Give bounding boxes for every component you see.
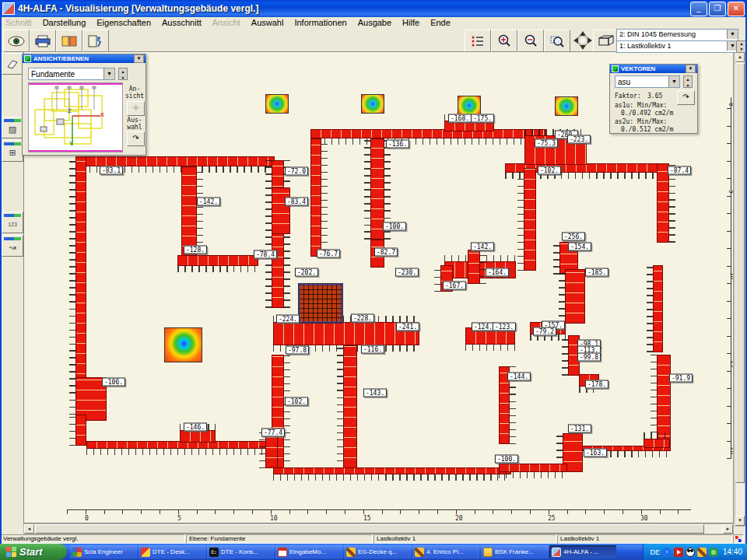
menu-item-ende[interactable]: Ende: [425, 18, 456, 27]
value-label: -230.: [395, 268, 419, 277]
contour-plot-blob: [164, 327, 202, 362]
4halfa-task-icon: [552, 548, 561, 557]
scroll-down-button[interactable]: ▼: [735, 516, 745, 526]
vector-select[interactable]: asu ▼: [615, 75, 680, 88]
value-label: -83.4: [285, 198, 308, 206]
mesh-grid-icon: ⊞: [9, 148, 16, 158]
scroll-up-button[interactable]: ▲: [735, 52, 745, 62]
wall-strip: [181, 166, 197, 257]
spring-symbols: [669, 163, 675, 243]
mirror-icon: ▨: [9, 124, 16, 135]
menu-item-eigenschaften[interactable]: Eigenschaften: [91, 18, 156, 27]
value-label: -223.: [567, 135, 591, 144]
vertical-scrollbar[interactable]: ▲ ▼: [735, 51, 745, 527]
window-mesh-button[interactable]: ⊞: [2, 140, 23, 162]
horizontal-scroll-thumb[interactable]: [35, 524, 704, 534]
contour-plot-point: [555, 96, 578, 116]
language-indicator[interactable]: DE: [650, 548, 660, 556]
level-minimap[interactable]: X Y Z: [28, 82, 123, 152]
task-button[interactable]: BSK Franke...: [481, 545, 548, 558]
chevron-down-icon[interactable]: ▼: [668, 76, 679, 87]
pencil-task-icon: [346, 548, 356, 557]
window-values-button[interactable]: 123: [2, 212, 23, 233]
antivirus-icon[interactable]: [686, 548, 695, 557]
vertical-scroll-thumb[interactable]: [735, 63, 745, 483]
print-button[interactable]: [30, 30, 56, 52]
panel-collapse-button[interactable]: ▼: [134, 54, 144, 63]
ruler-tick-label: 5: [728, 190, 734, 194]
loadcase-spinner[interactable]: ▲▼: [736, 40, 747, 53]
legend-button[interactable]: [465, 30, 491, 52]
chevron-down-icon[interactable]: ▼: [727, 30, 738, 39]
task-button[interactable]: Scia Engineer: [70, 545, 137, 558]
view-plane-button[interactable]: [2, 53, 23, 75]
chevron-down-icon[interactable]: ▼: [103, 68, 114, 79]
menu-item-darstellung[interactable]: Darstellung: [37, 18, 92, 27]
window-mirror-button[interactable]: ▨: [2, 117, 23, 138]
ruler-tick-label: 10: [729, 272, 734, 280]
start-button[interactable]: Start: [0, 544, 67, 560]
zoom-window-button[interactable]: [544, 30, 570, 52]
maximize-button[interactable]: ❐: [709, 2, 726, 16]
value-label: -116.: [361, 345, 384, 354]
zoom-out-button[interactable]: [517, 30, 544, 52]
task-label: Scia Engineer: [84, 548, 123, 555]
value-label: -142.: [197, 198, 220, 206]
zoom-in-button[interactable]: [491, 30, 517, 52]
ruler-tick-label: 25: [548, 515, 556, 522]
panel-collapse-button[interactable]: ▼: [686, 65, 696, 73]
mini-titlebar: [4, 237, 21, 240]
update-shield-icon[interactable]: [709, 548, 718, 557]
spring-symbols: [197, 166, 203, 257]
auswahl-apply-button[interactable]: ↷: [127, 131, 145, 146]
vector-refresh-button[interactable]: ↷: [677, 90, 695, 105]
vector-spinner[interactable]: ▲▼: [683, 75, 693, 88]
values-icon: 123: [8, 222, 17, 227]
editor-tray-icon[interactable]: [697, 548, 707, 557]
view-eye-button[interactable]: [3, 30, 30, 52]
menu-item-ausgabe[interactable]: Ausgabe: [352, 18, 397, 27]
level-select[interactable]: Fundamente ▼: [28, 68, 115, 80]
exit-button[interactable]: [82, 30, 109, 52]
pan-button[interactable]: [570, 30, 595, 51]
vektoren-panel-titlebar[interactable]: VEKTOREN ▼: [610, 65, 697, 73]
task-label: DTE - Desk...: [153, 548, 190, 555]
hide-icons-icon[interactable]: ‹: [662, 548, 672, 557]
level-spinner[interactable]: ▲▼: [118, 68, 128, 80]
task-button[interactable]: 4. Enrico Pi...: [412, 545, 479, 558]
spring-symbols: [177, 266, 258, 272]
horizontal-scrollbar[interactable]: ◄ ►: [23, 523, 734, 534]
menu-item-auswahl[interactable]: Auswahl: [246, 18, 289, 27]
minimize-button[interactable]: _: [690, 2, 707, 16]
ansicht-apply-button[interactable]: ✛: [127, 101, 145, 116]
minimap-outline: [29, 83, 122, 152]
task-button[interactable]: 4H-ALFA - ...: [549, 545, 616, 558]
task-button[interactable]: EG-Decke q...: [344, 545, 411, 558]
task-buttons: Scia EngineerDTE - Desk...DTE - Kons...E…: [67, 544, 643, 560]
close-button[interactable]: ✕: [728, 2, 745, 16]
menu-item-informationen[interactable]: Informationen: [289, 18, 352, 27]
menu-item-ausschnitt[interactable]: Ausschnitt: [156, 18, 207, 27]
menu-item-hilfe[interactable]: Hilfe: [397, 18, 425, 27]
scroll-right-button[interactable]: ►: [723, 524, 733, 534]
task-button[interactable]: DTE - Kons...: [207, 545, 274, 558]
media-player-icon[interactable]: [674, 548, 683, 557]
scroll-left-button[interactable]: ◄: [24, 524, 34, 534]
status-notify-icon: [733, 534, 744, 544]
minimap-bound-line: [29, 83, 122, 85]
wall-strip: [310, 138, 321, 257]
value-label: -143.: [363, 389, 387, 397]
ansicht-ebenen-panel[interactable]: ANSICHT/EBENEN ▼ Fundamente ▼ ▲▼: [22, 54, 146, 156]
loadcase-select[interactable]: 1: Lastkollektiv 1 ▼: [616, 40, 738, 53]
spring-symbols: [337, 345, 343, 468]
window-vector-button[interactable]: ↝: [2, 235, 23, 257]
task-button[interactable]: DTE - Desk...: [139, 545, 205, 558]
task-button[interactable]: EingabeMo...: [275, 545, 342, 558]
design-select[interactable]: 2: DIN 1045 Bemessung ▼: [616, 29, 738, 41]
spring-symbols: [647, 265, 653, 352]
ruler-tick-label: 10: [270, 515, 278, 522]
menu-bar: SchnittDarstellungEigenschaftenAusschnit…: [0, 17, 747, 29]
ansicht-panel-titlebar[interactable]: ANSICHT/EBENEN ▼: [23, 54, 146, 63]
manual-button[interactable]: [56, 30, 82, 52]
vektoren-panel[interactable]: VEKTOREN ▼ asu ▼ ▲▼ Faktor: 3.65 ↷ as1u:…: [609, 64, 698, 134]
